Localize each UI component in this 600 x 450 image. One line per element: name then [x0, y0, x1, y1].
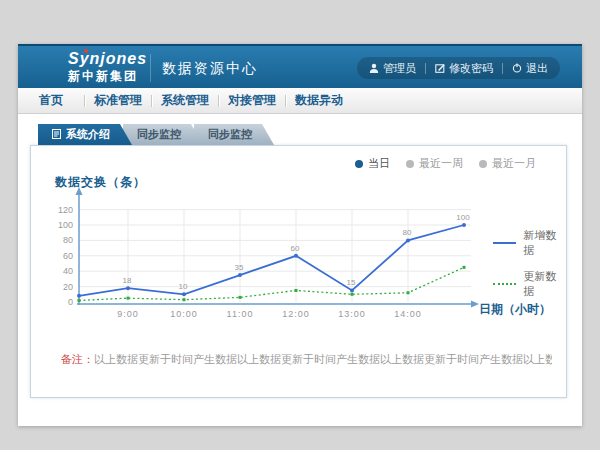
app-window: Synjones 新中新集团 数据资源中心 管理员 修改密码: [18, 44, 582, 426]
svg-text:60: 60: [291, 244, 300, 253]
svg-text:100: 100: [58, 220, 73, 230]
svg-text:60: 60: [63, 251, 73, 261]
svg-text:100: 100: [456, 213, 470, 222]
radio-dot-icon: [479, 160, 487, 168]
tab-label: 系统介绍: [66, 127, 110, 142]
legend-item-updated-data[interactable]: 更新数据: [493, 269, 566, 299]
document-icon: [52, 129, 61, 141]
user-toolbar: 管理员 修改密码 退出: [357, 57, 560, 79]
footnote: 备注：以上数据更新于时间产生数据以上数据更新于时间产生数据以上数据更新于时间产生…: [61, 352, 552, 367]
main-nav: 首页 标准管理 系统管理 对接管理 数据异动: [18, 88, 582, 114]
page-title: 数据资源中心: [162, 60, 258, 78]
radio-last-week[interactable]: 最近一周: [406, 156, 463, 171]
svg-text:12:00: 12:00: [282, 309, 310, 319]
radio-dot-icon: [355, 160, 363, 168]
legend-label: 更新数据: [523, 269, 566, 299]
svg-text:0: 0: [68, 297, 73, 307]
legend-label: 新增数据: [523, 228, 566, 258]
pill-separator: [502, 63, 503, 74]
footnote-prefix: 备注：: [61, 353, 94, 365]
header-divider: [150, 54, 151, 82]
tab-system-intro[interactable]: 系统介绍: [38, 124, 132, 145]
power-icon: [512, 63, 522, 73]
nav-item-home[interactable]: 首页: [18, 88, 84, 113]
nav-item-system-mgmt[interactable]: 系统管理: [152, 88, 218, 113]
svg-text:11:00: 11:00: [227, 309, 254, 319]
radio-label: 最近一周: [419, 156, 463, 171]
svg-text:15: 15: [347, 278, 356, 287]
logo-text-cn: 新中新集团: [68, 70, 147, 82]
current-user-button[interactable]: 管理员: [369, 61, 416, 76]
footnote-text: 以上数据更新于时间产生数据以上数据更新于时间产生数据以上数据更新于时间产生数据以…: [94, 353, 552, 365]
chart-legend: 新增数据 更新数据: [493, 228, 566, 310]
svg-text:9:00: 9:00: [117, 309, 139, 319]
svg-text:35: 35: [235, 263, 244, 272]
svg-text:18: 18: [123, 276, 132, 285]
svg-text:13:00: 13:00: [338, 309, 366, 319]
change-password-label: 修改密码: [449, 61, 493, 76]
radio-today[interactable]: 当日: [355, 156, 390, 171]
logout-label: 退出: [526, 61, 548, 76]
time-range-filter: 当日 最近一周 最近一月: [355, 156, 536, 171]
tab-bar: 系统介绍 同步监控 同步监控: [38, 124, 274, 145]
nav-item-standard-mgmt[interactable]: 标准管理: [85, 88, 151, 113]
company-logo: Synjones 新中新集团: [68, 51, 147, 82]
solid-line-icon: [493, 242, 516, 244]
pill-separator: [425, 63, 426, 74]
change-password-button[interactable]: 修改密码: [435, 61, 493, 76]
nav-item-interface-mgmt[interactable]: 对接管理: [219, 88, 285, 113]
tab-sync-monitor-1[interactable]: 同步监控: [123, 124, 203, 145]
tab-label: 同步监控: [137, 127, 181, 142]
svg-text:80: 80: [403, 228, 412, 237]
radio-last-month[interactable]: 最近一月: [479, 156, 536, 171]
line-chart: 0204060801001209:0010:0011:0012:0013:001…: [41, 186, 521, 326]
svg-text:10: 10: [179, 282, 188, 291]
tab-sync-monitor-2[interactable]: 同步监控: [194, 124, 274, 145]
logo-text-en: Synjones: [68, 51, 147, 67]
tab-label: 同步监控: [208, 127, 252, 142]
nav-item-data-change[interactable]: 数据异动: [286, 88, 352, 113]
app-header: Synjones 新中新集团 数据资源中心 管理员 修改密码: [18, 44, 582, 88]
svg-text:80: 80: [63, 235, 73, 245]
edit-icon: [435, 63, 445, 73]
svg-text:14:00: 14:00: [394, 309, 422, 319]
logo-red-dot-icon: [84, 49, 88, 53]
svg-text:40: 40: [63, 266, 73, 276]
user-icon: [369, 63, 379, 73]
current-user-label: 管理员: [383, 61, 416, 76]
radio-label: 当日: [368, 156, 390, 171]
radio-dot-icon: [406, 160, 414, 168]
radio-label: 最近一月: [492, 156, 536, 171]
svg-text:120: 120: [58, 205, 73, 215]
content-panel: 当日 最近一周 最近一月 数据交换（条） 0204060801001209:00…: [30, 145, 567, 398]
svg-text:10:00: 10:00: [170, 309, 198, 319]
legend-item-new-data[interactable]: 新增数据: [493, 228, 566, 258]
logout-button[interactable]: 退出: [512, 61, 548, 76]
dotted-line-icon: [493, 283, 516, 285]
svg-text:20: 20: [63, 282, 73, 292]
